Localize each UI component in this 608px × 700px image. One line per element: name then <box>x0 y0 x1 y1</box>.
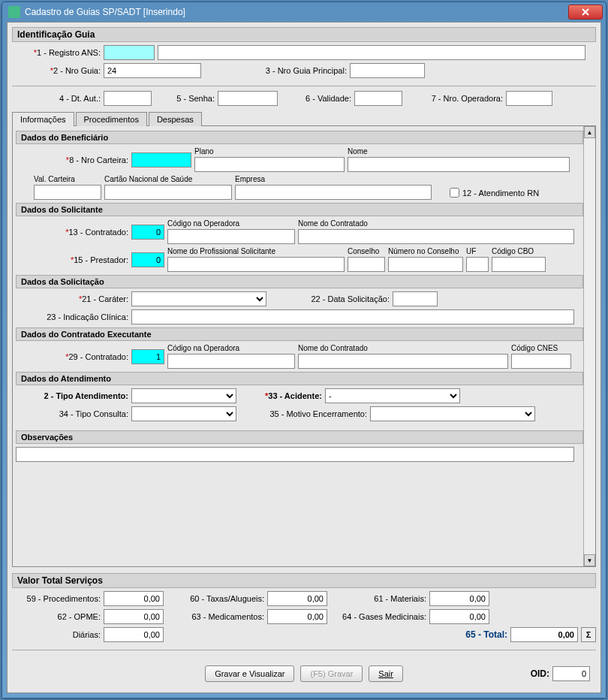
form-content: Identificação Guia 1 - Registro ANS: 2 -… <box>7 22 601 693</box>
validade-input[interactable] <box>354 91 402 106</box>
conselho-label: Conselho <box>348 247 385 255</box>
sair-button[interactable]: Sair <box>369 665 403 682</box>
senha-input[interactable] <box>218 91 278 106</box>
tab-procedimentos[interactable]: Procedimentos <box>76 112 147 126</box>
cns-input[interactable] <box>104 185 232 200</box>
cod-op-exec-input[interactable] <box>167 354 295 369</box>
nome-label: Nome <box>348 147 570 155</box>
nome-contratado-sol-label: Nome do Contratado <box>298 219 574 228</box>
uf-label: UF <box>466 247 489 255</box>
proc-total-label: 59 - Procedimentos: <box>12 594 101 603</box>
nro-guia-input[interactable] <box>104 63 201 78</box>
carater-select[interactable] <box>131 291 266 306</box>
nro-guia-principal-label: 3 - Nro Guia Principal: <box>204 66 347 75</box>
diarias-input[interactable] <box>104 627 164 642</box>
gases-label: 64 - Gases Medicinais: <box>330 612 426 621</box>
oid-label: OID: <box>531 668 549 679</box>
cnes-label: Código CNES <box>511 344 571 352</box>
section-solicitacao-title: Dados da Solicitação <box>16 275 583 288</box>
uf-input[interactable] <box>466 257 489 272</box>
total-label: 65 - Total: <box>465 629 507 640</box>
plano-label: Plano <box>194 147 345 155</box>
val-carteira-label: Val. Carteira <box>34 175 101 183</box>
nome-prof-label: Nome do Profissional Solicitante <box>167 247 345 255</box>
atendimento-rn-checkbox[interactable] <box>450 188 459 198</box>
empresa-label: Empresa <box>235 175 432 183</box>
section-solicitante-title: Dados do Solicitante <box>16 203 583 216</box>
cnes-input[interactable] <box>511 354 571 369</box>
titlebar[interactable]: Cadastro de Guias SP/SADT [Inserindo] <box>2 2 606 22</box>
num-conselho-label: Número no Conselho <box>388 247 463 255</box>
prestador-label: 15 - Prestador: <box>16 255 128 264</box>
tipo-consulta-select[interactable] <box>131 406 236 421</box>
cns-label: Cartão Nacional de Saúde <box>104 175 232 183</box>
senha-label: 5 - Senha: <box>155 94 215 103</box>
nro-carteira-label: 8 - Nro Carteira: <box>16 155 128 164</box>
oid-input[interactable] <box>552 666 590 681</box>
close-icon <box>582 8 589 16</box>
num-conselho-input[interactable] <box>388 257 463 272</box>
sigma-icon: Σ <box>586 630 591 639</box>
app-window: Cadastro de Guias SP/SADT [Inserindo] Id… <box>2 2 606 698</box>
nro-operadora-input[interactable] <box>506 91 552 106</box>
contratado-exec-label: 29 - Contratado: <box>16 352 128 361</box>
materiais-input[interactable] <box>429 591 489 606</box>
sigma-button[interactable]: Σ <box>581 627 596 642</box>
indicacao-input[interactable] <box>131 309 574 324</box>
acidente-label: 33 - Acidente: <box>239 391 322 400</box>
tab-informacoes[interactable]: Informações <box>12 112 74 126</box>
tipo-consulta-label: 34 - Tipo Consulta: <box>16 409 128 418</box>
observacoes-input[interactable] <box>16 447 574 462</box>
nro-guia-label: 2 - Nro Guia: <box>12 66 101 75</box>
section-observacoes-title: Observações <box>16 430 583 444</box>
opme-input[interactable] <box>104 609 164 624</box>
tabs: Informações Procedimentos Despesas <box>12 112 596 126</box>
plano-input[interactable] <box>194 157 345 172</box>
conselho-input[interactable] <box>348 257 385 272</box>
nome-prof-input[interactable] <box>167 257 345 272</box>
dt-aut-label: 4 - Dt. Aut.: <box>12 94 101 103</box>
gravar-button[interactable]: (F5) Gravar <box>300 665 363 682</box>
cod-op-sol-label: Código na Operadora <box>167 219 295 228</box>
medicamentos-input[interactable] <box>267 609 327 624</box>
tab-body-informacoes: ▲ ▼ Dados do Beneficiário 8 - Nro Cartei… <box>12 126 596 567</box>
tab-despesas[interactable]: Despesas <box>149 112 202 126</box>
acidente-select[interactable]: - <box>325 388 460 403</box>
motivo-enc-label: 35 - Motivo Encerramento: <box>239 409 367 418</box>
section-executante-title: Dados do Contratado Executante <box>16 327 583 341</box>
cod-op-sol-input[interactable] <box>167 229 295 244</box>
taxas-input[interactable] <box>267 591 327 606</box>
total-input[interactable] <box>510 627 578 642</box>
nome-contratado-sol-input[interactable] <box>298 229 574 244</box>
scroll-down-icon[interactable]: ▼ <box>584 554 595 566</box>
scroll-up-icon[interactable]: ▲ <box>584 126 595 138</box>
empresa-input[interactable] <box>235 185 432 200</box>
close-button[interactable] <box>568 5 603 20</box>
dt-aut-input[interactable] <box>104 91 152 106</box>
cod-op-exec-label: Código na Operadora <box>167 344 295 352</box>
bottom-bar: Gravar e Visualizar (F5) Gravar Sair OID… <box>12 659 596 688</box>
nro-carteira-input[interactable] <box>131 152 191 167</box>
cbo-input[interactable] <box>492 257 546 272</box>
registro-ans-desc-input[interactable] <box>158 45 585 60</box>
nome-exec-input[interactable] <box>298 354 508 369</box>
materiais-label: 61 - Materiais: <box>330 594 426 603</box>
contratado-exec-input[interactable] <box>131 349 164 364</box>
gases-input[interactable] <box>429 609 489 624</box>
taxas-label: 60 - Taxas/Alugueis: <box>167 594 264 603</box>
val-carteira-input[interactable] <box>34 185 101 200</box>
tipo-atendimento-select[interactable] <box>131 388 236 403</box>
motivo-enc-select[interactable] <box>370 406 535 421</box>
contratado-sol-input[interactable] <box>131 225 164 240</box>
nro-operadora-label: 7 - Nro. Operadora: <box>405 94 503 103</box>
gravar-visualizar-button[interactable]: Gravar e Visualizar <box>205 665 294 682</box>
prestador-input[interactable] <box>131 252 164 267</box>
validade-label: 6 - Validade: <box>281 94 351 103</box>
data-solicitacao-input[interactable] <box>393 291 438 306</box>
contratado-sol-label: 13 - Contratado: <box>16 228 128 237</box>
nro-guia-principal-input[interactable] <box>350 63 425 78</box>
proc-total-input[interactable] <box>104 591 164 606</box>
nome-beneficiario-input[interactable] <box>348 157 570 172</box>
registro-ans-input[interactable] <box>104 45 155 60</box>
scrollbar[interactable]: ▲ ▼ <box>583 126 595 566</box>
